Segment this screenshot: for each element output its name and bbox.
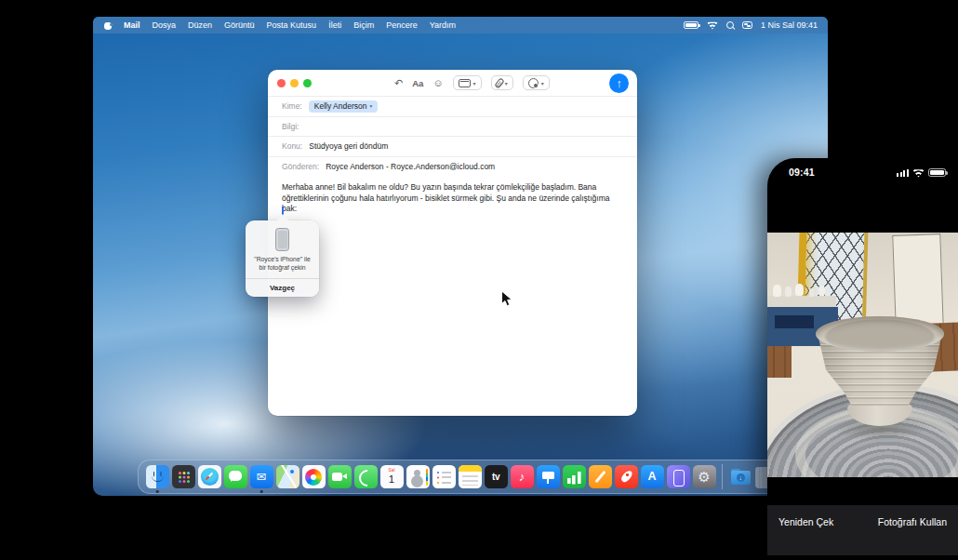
search-icon[interactable] [726,21,734,29]
dock-icon-downloads[interactable]: ↓ [729,465,752,488]
running-indicator [156,490,159,493]
cancel-button[interactable]: Vazgeç [246,279,319,297]
mail-compose-window: ↶ Aa ☺ ▾ ▾ ▾ ↑ [268,70,637,416]
to-label: Kime: [282,101,302,111]
dock-apps: ✉ [144,465,717,488]
menu-items: Dosya Düzen Görüntü Posta Kutusu İleti B… [153,20,457,30]
dock-icon-contacts[interactable] [406,465,430,488]
dock-icon-pages[interactable] [589,465,612,488]
iphone-status-bar: 09:41 [767,158,958,186]
chevron-down-icon: ▾ [505,80,508,87]
menu-item-Düzen[interactable]: Düzen [188,20,212,30]
dock-icon-photos[interactable] [302,465,326,488]
undo-icon[interactable]: ↶ [394,78,403,88]
menu-bar-left: Mail Dosya Düzen Görüntü Posta Kutusu İl… [103,20,456,30]
attach-button[interactable]: ▾ [491,75,513,90]
zoom-window-button[interactable] [303,79,312,87]
message-body[interactable]: Merhaba anne! Bil bakalım ne oldu? Bu ya… [268,176,626,221]
menu-item-Yardım[interactable]: Yardım [430,20,456,30]
menu-app-name[interactable]: Mail [124,20,140,30]
dock-icon-mail[interactable]: ✉ [250,465,273,488]
dock-icon-finder[interactable] [146,465,169,488]
photo-pottery-shelf [769,281,834,298]
dock-icon-maps[interactable] [276,465,299,488]
subject-label: Konu: [282,141,302,151]
wifi-icon [912,168,925,178]
to-field[interactable]: Kime: Kelly Anderson ▾ [268,96,637,116]
apple-menu-icon[interactable] [103,20,112,30]
dock-icon-phone[interactable] [354,465,378,488]
dock-icon-calendar[interactable]: Sal 1 [380,465,404,488]
continuity-camera-popup: "Royce's iPhone" ile bir fotoğraf çekin … [246,220,319,297]
running-indicator [260,490,263,493]
mouse-cursor [500,290,512,312]
window-controls [277,79,312,87]
compose-toolbar: ↶ Aa ☺ ▾ ▾ ▾ ↑ [268,70,637,96]
iphone-status-icons [897,168,946,178]
emoji-icon[interactable]: ☺ [432,78,443,88]
paperclip-icon [494,77,505,88]
mac-desktop: Mail Dosya Düzen Görüntü Posta Kutusu İl… [93,17,828,496]
use-photo-button[interactable]: Fotoğrafı Kullan [878,516,947,527]
dock-icon-launchpad[interactable] [172,465,195,488]
close-window-button[interactable] [277,79,286,87]
send-button[interactable]: ↑ [609,73,629,93]
dock-icon-appstore[interactable]: A [641,465,664,488]
compose-tools: ↶ Aa ☺ ▾ ▾ ▾ [394,70,550,96]
camera-action-bar: Yeniden Çek Fotoğrafı Kullan [767,505,958,555]
menu-item-Biçim[interactable]: Biçim [353,20,374,30]
dock-icon-reminders[interactable] [432,465,456,488]
menu-item-Pencere[interactable]: Pencere [386,20,418,30]
menu-item-Görüntü[interactable]: Görüntü [224,20,255,30]
dock-icon-keynote[interactable] [537,465,560,488]
cc-field[interactable]: Bilgi: [268,116,637,137]
from-value: Royce Anderson - Royce.Anderson@icloud.c… [326,162,495,171]
header-fields-icon [459,79,471,87]
menu-item-Dosya[interactable]: Dosya [153,20,177,30]
dock-icon-rocket[interactable] [615,465,638,488]
recipient-token[interactable]: Kelly Anderson ▾ [309,100,378,113]
subject-field[interactable]: Konu: Stüdyoya geri döndüm [268,136,637,156]
dock-icon-tv[interactable]: tv [485,465,508,488]
iphone-screen: 09:41 Yeniden Çek [767,158,958,560]
menu-clock[interactable]: 1 Nis Sal 09:41 [761,20,818,30]
control-center-icon[interactable] [742,21,752,29]
captured-photo [767,233,958,477]
retake-button[interactable]: Yeniden Çek [778,516,833,527]
dock: ✉ [138,460,781,494]
minimize-window-button[interactable] [290,79,299,87]
header-fields-button[interactable]: ▾ [453,75,482,90]
screenshot-stage: Mail Dosya Düzen Görüntü Posta Kutusu İl… [0,0,958,560]
photo-bowl-rim [816,316,944,352]
continuity-camera-icon [528,78,539,88]
wifi-icon[interactable] [707,21,718,30]
dock-icon-music[interactable]: ♪ [511,465,534,488]
dock-icon-facetime[interactable] [328,465,352,488]
dock-icon-messages[interactable] [224,465,247,488]
battery-icon[interactable] [684,21,699,29]
menu-item-İleti[interactable]: İleti [328,20,341,30]
menu-item-Posta Kutusu[interactable]: Posta Kutusu [267,20,317,30]
download-arrow-icon: ↓ [737,473,746,483]
message-text: Merhaba anne! Bil bakalım ne oldu? Bu ya… [282,182,609,213]
iphone-clock: 09:41 [789,167,815,178]
dock-icon-iphone-mirroring[interactable] [667,465,690,488]
popup-arrow [276,214,289,221]
battery-icon [928,168,946,177]
from-field[interactable]: Gönderen: Royce Anderson - Royce.Anderso… [268,156,637,177]
dock-icon-numbers[interactable] [563,465,586,488]
dock-icon-safari[interactable] [198,465,221,488]
popup-message: "Royce's iPhone" ile bir fotoğraf çekin [254,256,311,272]
iphone-glyph-icon [275,228,289,251]
token-chevron-icon: ▾ [369,103,372,109]
insert-from-iphone-button[interactable]: ▾ [523,75,550,90]
format-button[interactable]: Aa [412,78,423,88]
menu-bar-status: 1 Nis Sal 09:41 [684,20,818,30]
popup-message-line2: bir fotoğraf çekin [259,264,305,271]
dock-divider [722,464,723,489]
menu-bar: Mail Dosya Düzen Görüntü Posta Kutusu İl… [93,17,828,33]
cc-label: Bilgi: [282,122,299,131]
dock-icon-settings[interactable]: ⚙ [693,465,716,488]
popup-message-line1: "Royce's iPhone" ile [254,256,311,262]
dock-icon-notes[interactable] [459,465,482,488]
